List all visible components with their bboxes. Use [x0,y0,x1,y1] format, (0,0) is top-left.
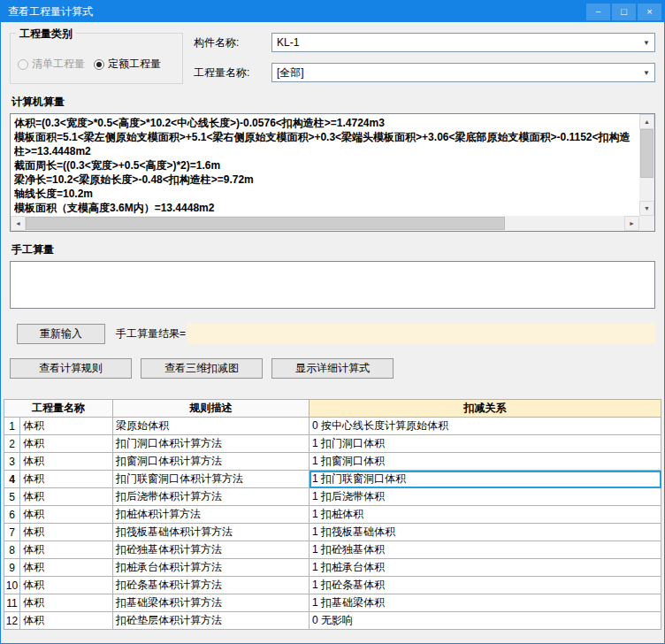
quantity-name-cell[interactable]: 体积 [20,506,113,524]
quantity-name-cell[interactable]: 体积 [20,524,113,541]
row-number-cell[interactable]: 9 [4,559,20,577]
scroll-down-icon[interactable]: ▼ [639,201,654,216]
deduction-cell[interactable]: 1 扣后浇带体积 [310,488,661,506]
quantity-name-cell[interactable]: 体积 [20,488,113,506]
table-row[interactable]: 2体积扣门洞口体积计算方法1 扣门洞口体积 [4,435,661,453]
table-row[interactable]: 9体积扣桩承台体积计算方法1 扣桩承台体积 [4,559,661,577]
dialog-content: 工程量类别 清单工程量 定额工程量 构件名称: KL-1 [1,22,664,643]
component-name-row: 构件名称: KL-1 ▼ [194,33,655,52]
row-number-cell[interactable]: 7 [4,524,20,541]
quantity-name-cell[interactable]: 体积 [20,541,113,559]
reenter-button[interactable]: 重新输入 [17,324,105,344]
manual-calc-input[interactable] [10,261,655,309]
row-number-cell[interactable]: 5 [4,488,20,506]
deduction-cell[interactable]: 1 扣门洞口体积 [310,435,661,453]
quantity-name-cell[interactable]: 体积 [20,453,113,471]
quantity-name-row: 工程量名称: [全部] ▼ [194,63,655,82]
deduction-cell[interactable]: 1 扣砼独基体积 [310,541,661,559]
view-calc-rules-button[interactable]: 查看计算规则 [10,358,132,379]
view-3d-deduction-button[interactable]: 查看三维扣减图 [141,358,263,379]
horizontal-scroll-thumb[interactable] [26,217,505,230]
deduction-cell[interactable]: 1 扣筏板基础体积 [310,524,661,541]
table-row[interactable]: 7体积扣筏板基础体积计算方法1 扣筏板基础体积 [4,524,661,541]
deduction-cell[interactable]: 1 扣基础梁体积 [310,594,661,612]
rule-description-cell[interactable]: 扣门联窗洞口体积计算方法 [113,471,310,488]
deduction-cell[interactable]: 1 扣门联窗洞口体积 [310,471,661,488]
scroll-up-icon[interactable]: ▲ [639,114,654,129]
radio-list-quantity[interactable]: 清单工程量 [18,57,85,72]
row-number-cell[interactable]: 10 [4,577,20,594]
row-number-cell[interactable]: 1 [4,418,20,435]
window-title: 查看工程量计算式 [8,4,586,19]
rule-description-cell[interactable]: 扣筏板基础体积计算方法 [113,524,310,541]
rule-description-cell[interactable]: 扣基础梁体积计算方法 [113,594,310,612]
title-bar: 查看工程量计算式 − □ × [1,1,664,22]
horizontal-scrollbar[interactable]: ◄ ► [11,216,639,231]
deduction-relation-header[interactable]: 扣减关系 [310,400,661,418]
row-number-cell[interactable]: 3 [4,453,20,471]
deduction-cell[interactable]: 1 扣窗洞口体积 [310,453,661,471]
rule-description-cell[interactable]: 梁原始体积 [113,418,310,435]
rule-description-cell[interactable]: 扣窗洞口体积计算方法 [113,453,310,471]
actions-row: 查看计算规则 查看三维扣减图 显示详细计算式 [10,358,655,379]
row-number-cell[interactable]: 4 [4,471,20,488]
rule-description-cell[interactable]: 扣桩体积计算方法 [113,506,310,524]
table-row[interactable]: 6体积扣桩体积计算方法1 扣桩体积 [4,506,661,524]
quantity-name-cell[interactable]: 体积 [20,594,113,612]
table-row[interactable]: 3体积扣窗洞口体积计算方法1 扣窗洞口体积 [4,453,661,471]
table-row[interactable]: 8体积扣砼独基体积计算方法1 扣砼独基体积 [4,541,661,559]
deduction-cell[interactable]: 1 扣桩承台体积 [310,559,661,577]
row-number-cell[interactable]: 2 [4,435,20,453]
rule-description-cell[interactable]: 扣后浇带体积计算方法 [113,488,310,506]
quantity-name-cell[interactable]: 体积 [20,559,113,577]
manual-result-label: 手工算量结果= [116,326,186,341]
vertical-scroll-track[interactable] [639,129,654,201]
row-number-cell[interactable]: 12 [4,612,20,630]
deduction-cell[interactable]: 1 扣砼条基体积 [310,577,661,594]
chevron-down-icon[interactable]: ▼ [643,39,650,47]
vertical-scrollbar[interactable]: ▲ ▼ [639,114,654,216]
table-row[interactable]: 1体积梁原始体积0 按中心线长度计算原始体积 [4,418,661,435]
row-number-cell[interactable]: 8 [4,541,20,559]
deduction-cell[interactable]: 0 无影响 [310,612,661,630]
calc-line: 截面周长=((0.3<宽度>+0.5<高度>)*2)=1.6m [14,158,637,172]
rule-description-cell[interactable]: 扣砼垫层体积计算方法 [113,612,310,630]
quantity-name-cell[interactable]: 体积 [20,577,113,594]
calc-table-body: 1体积梁原始体积0 按中心线长度计算原始体积2体积扣门洞口体积计算方法1 扣门洞… [4,418,661,630]
vertical-scroll-thumb[interactable] [640,129,654,178]
row-number-cell[interactable]: 11 [4,594,20,612]
radio-quota-quantity[interactable]: 定额工程量 [94,57,161,72]
radio-list-label: 清单工程量 [32,57,85,72]
rule-description-cell[interactable]: 扣砼条基体积计算方法 [113,577,310,594]
rule-description-cell[interactable]: 扣门洞口体积计算方法 [113,435,310,453]
table-row[interactable]: 11体积扣基础梁体积计算方法1 扣基础梁体积 [4,594,661,612]
quantity-name-cell[interactable]: 体积 [20,435,113,453]
scroll-left-icon[interactable]: ◄ [11,216,26,231]
chevron-down-icon[interactable]: ▼ [643,69,650,77]
show-detail-formula-button[interactable]: 显示详细计算式 [271,358,394,379]
quantity-name-header[interactable]: 工程量名称 [4,400,113,418]
table-row[interactable]: 4体积扣门联窗洞口体积计算方法1 扣门联窗洞口体积 [4,471,661,488]
close-icon[interactable]: × [638,4,661,20]
quantity-name-combo[interactable]: [全部] ▼ [271,63,655,82]
table-row[interactable]: 12体积扣砼垫层体积计算方法0 无影响 [4,612,661,630]
table-row[interactable]: 5体积扣后浇带体积计算方法1 扣后浇带体积 [4,488,661,506]
maximize-icon[interactable]: □ [612,4,636,20]
table-row[interactable]: 10体积扣砼条基体积计算方法1 扣砼条基体积 [4,577,661,594]
rule-description-header[interactable]: 规则描述 [113,400,310,418]
row-number-cell[interactable]: 6 [4,506,20,524]
quantity-name-cell[interactable]: 体积 [20,471,113,488]
scroll-right-icon[interactable]: ► [624,216,639,231]
quantity-name-value: [全部] [277,65,304,80]
rule-description-cell[interactable]: 扣桩承台体积计算方法 [113,559,310,577]
component-name-combo[interactable]: KL-1 ▼ [271,33,655,52]
quantity-name-cell[interactable]: 体积 [20,612,113,630]
minimize-icon[interactable]: − [586,4,610,20]
horizontal-scroll-track[interactable] [26,216,624,231]
rule-description-cell[interactable]: 扣砼独基体积计算方法 [113,541,310,559]
radio-checked-icon [94,59,104,70]
quantity-name-cell[interactable]: 体积 [20,418,113,435]
deduction-cell[interactable]: 0 按中心线长度计算原始体积 [310,418,661,435]
window-controls: − □ × [586,4,664,20]
deduction-cell[interactable]: 1 扣桩体积 [310,506,661,524]
